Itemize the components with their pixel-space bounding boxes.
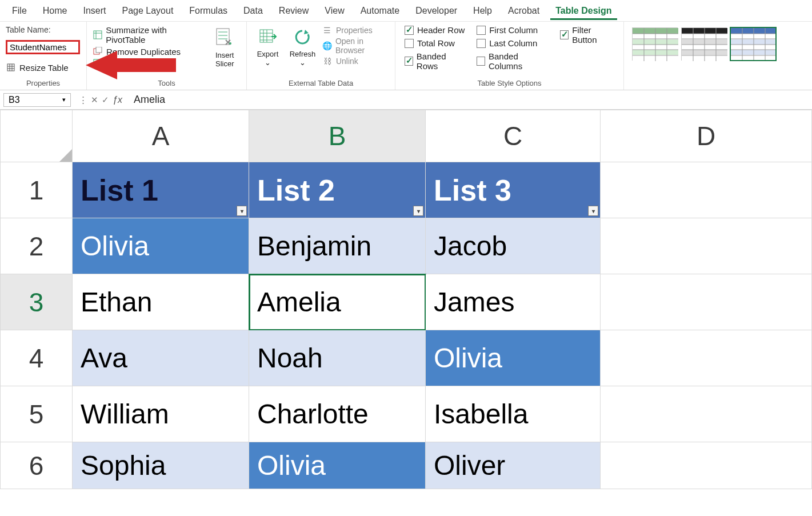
column-header-a[interactable]: A bbox=[73, 110, 249, 162]
cell-a6[interactable]: Sophia bbox=[73, 442, 249, 489]
convert-range-icon bbox=[93, 58, 103, 69]
formula-input[interactable]: Amelia bbox=[131, 94, 812, 106]
insert-slicer-button[interactable]: Insert Slicer bbox=[209, 25, 241, 69]
cell-b4[interactable]: Noah bbox=[249, 330, 426, 386]
menu-home[interactable]: Home bbox=[35, 2, 75, 19]
row-header-5[interactable]: 5 bbox=[0, 386, 73, 442]
banded-rows-checkbox[interactable]: Banded Rows bbox=[405, 51, 465, 71]
cell-b2[interactable]: Benjamin bbox=[249, 218, 426, 274]
column-header-b[interactable]: B bbox=[249, 110, 426, 162]
banded-columns-checkbox[interactable]: Banded Columns bbox=[477, 51, 549, 71]
name-box-value: B3 bbox=[9, 95, 20, 105]
first-column-checkbox[interactable]: First Column bbox=[477, 25, 549, 35]
menu-page-layout[interactable]: Page Layout bbox=[114, 2, 181, 19]
filter-button-label: Filter Button bbox=[572, 25, 614, 45]
menu-acrobat[interactable]: Acrobat bbox=[501, 2, 547, 19]
filter-button-checkbox[interactable]: Filter Button bbox=[560, 25, 614, 45]
cell-value: List 2 bbox=[257, 173, 335, 207]
svg-rect-3 bbox=[96, 47, 102, 53]
cell-c1[interactable]: List 3 ▾ bbox=[426, 162, 601, 218]
formula-controls: ⋮ ✕ ✓ ƒx bbox=[74, 95, 131, 105]
menu-data[interactable]: Data bbox=[236, 2, 270, 19]
menu-help[interactable]: Help bbox=[466, 2, 499, 19]
ribbon-group-tools: Summarize with PivotTable Remove Duplica… bbox=[87, 22, 247, 90]
menu-automate[interactable]: Automate bbox=[353, 2, 407, 19]
cell-d6[interactable] bbox=[601, 442, 812, 489]
properties-icon: ☰ bbox=[322, 25, 333, 35]
menu-file[interactable]: File bbox=[5, 2, 34, 19]
cell-d1[interactable] bbox=[601, 162, 812, 218]
export-button[interactable]: Export⌄ bbox=[253, 25, 283, 67]
menu-formulas[interactable]: Formulas bbox=[182, 2, 235, 19]
cell-d3[interactable] bbox=[601, 274, 812, 330]
total-row-checkbox[interactable]: Total Row bbox=[405, 38, 465, 48]
row-header-6[interactable]: 6 bbox=[0, 442, 73, 489]
cell-a1[interactable]: List 1 ▾ bbox=[73, 162, 249, 218]
row-header-2[interactable]: 2 bbox=[0, 218, 73, 274]
cell-b5[interactable]: Charlotte bbox=[249, 386, 426, 442]
table-style-thumb-selected[interactable] bbox=[730, 27, 776, 61]
cancel-formula-icon[interactable]: ✕ bbox=[91, 95, 98, 105]
checkbox-icon bbox=[477, 39, 486, 48]
refresh-button[interactable]: Refresh⌄ bbox=[287, 25, 318, 67]
cell-a5[interactable]: William bbox=[73, 386, 249, 442]
cell-c6[interactable]: Oliver bbox=[426, 442, 601, 489]
filter-dropdown-icon[interactable]: ▾ bbox=[237, 206, 247, 216]
summarize-pivottable-button[interactable]: Summarize with PivotTable bbox=[93, 25, 204, 45]
menu-developer[interactable]: Developer bbox=[408, 2, 465, 19]
column-header-d[interactable]: D bbox=[601, 110, 812, 162]
last-column-label: Last Column bbox=[489, 38, 537, 48]
remove-duplicates-button[interactable]: Remove Duplicates bbox=[93, 46, 204, 57]
table-name-label: Table Name: bbox=[6, 25, 81, 34]
accept-formula-icon[interactable]: ✓ bbox=[102, 95, 109, 105]
cell-d5[interactable] bbox=[601, 386, 812, 442]
cell-b6[interactable]: Olivia bbox=[249, 442, 426, 489]
cell-a3[interactable]: Ethan bbox=[73, 274, 249, 330]
cell-d2[interactable] bbox=[601, 218, 812, 274]
total-row-label: Total Row bbox=[417, 38, 455, 48]
svg-rect-4 bbox=[94, 59, 102, 67]
refresh-icon bbox=[293, 27, 312, 49]
cell-c4[interactable]: Olivia bbox=[426, 330, 601, 386]
cell-d4[interactable] bbox=[601, 330, 812, 386]
column-header-c[interactable]: C bbox=[426, 110, 601, 162]
menu-table-design[interactable]: Table Design bbox=[548, 2, 619, 19]
svg-rect-1 bbox=[94, 31, 102, 39]
fx-icon[interactable]: ƒx bbox=[113, 95, 122, 105]
ribbon-group-external: Export⌄ Refresh⌄ ☰ Properties 🌐 Open in … bbox=[247, 22, 395, 90]
cell-c2[interactable]: Jacob bbox=[426, 218, 601, 274]
ribbon: Table Name: Resize Table Properties Summ… bbox=[0, 22, 812, 90]
row-header-3[interactable]: 3 bbox=[0, 274, 73, 330]
filter-dropdown-icon[interactable]: ▾ bbox=[588, 206, 598, 216]
cell-c5[interactable]: Isabella bbox=[426, 386, 601, 442]
row-header-1[interactable]: 1 bbox=[0, 162, 73, 218]
cell-b3-active[interactable]: Amelia bbox=[249, 274, 426, 330]
remove-duplicates-label: Remove Duplicates bbox=[106, 47, 181, 57]
header-row-checkbox[interactable]: Header Row bbox=[405, 25, 465, 35]
last-column-checkbox[interactable]: Last Column bbox=[477, 38, 549, 48]
cell-b1[interactable]: List 2 ▾ bbox=[249, 162, 426, 218]
menu-view[interactable]: View bbox=[317, 2, 351, 19]
ribbon-group-label: External Table Data bbox=[253, 78, 389, 89]
table-properties-button: ☰ Properties bbox=[322, 25, 389, 35]
row-header-4[interactable]: 4 bbox=[0, 330, 73, 386]
table-style-thumb[interactable] bbox=[681, 27, 727, 61]
table-name-input[interactable] bbox=[6, 40, 80, 54]
browser-icon: 🌐 bbox=[322, 41, 332, 51]
select-all-corner[interactable] bbox=[0, 110, 73, 162]
unlink-button: ⛓ Unlink bbox=[322, 56, 389, 66]
menu-insert[interactable]: Insert bbox=[75, 2, 113, 19]
resize-table-button[interactable]: Resize Table bbox=[6, 62, 81, 73]
cell-a4[interactable]: Ava bbox=[73, 330, 249, 386]
cell-c3[interactable]: James bbox=[426, 274, 601, 330]
menu-review[interactable]: Review bbox=[271, 2, 316, 19]
ribbon-group-style-options: Header Row Total Row Banded Rows First C… bbox=[395, 22, 624, 90]
open-in-browser-label: Open in Browser bbox=[335, 37, 389, 55]
filter-dropdown-icon[interactable]: ▾ bbox=[413, 206, 423, 216]
name-box[interactable]: B3 ▾ bbox=[3, 93, 71, 107]
cell-a2[interactable]: Olivia bbox=[73, 218, 249, 274]
chevron-down-icon: ▾ bbox=[62, 96, 66, 103]
table-style-thumb[interactable] bbox=[632, 27, 678, 61]
convert-to-range-button[interactable]: Convert to Range bbox=[93, 58, 204, 69]
menu-bar: File Home Insert Page Layout Formulas Da… bbox=[0, 0, 812, 22]
